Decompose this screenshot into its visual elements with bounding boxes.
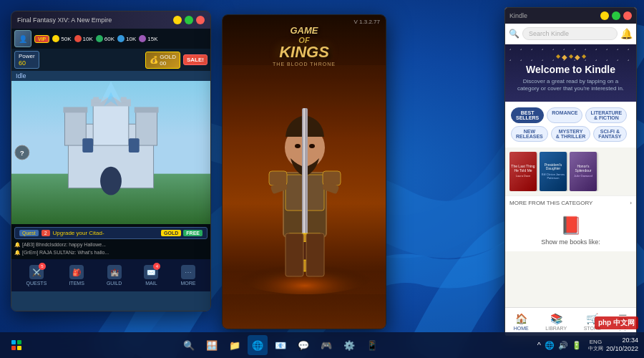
ff-nav-guild[interactable]: 🏰 GUILD	[107, 265, 122, 286]
minimize-button[interactable]	[173, 16, 182, 24]
ff-nav-quests[interactable]: ⚔️ 5 QUESTS	[26, 265, 47, 286]
book-1-title: The Last Thing He Told Me	[511, 165, 535, 173]
svg-rect-40	[223, 65, 386, 294]
kindle-welcome-title: Welcome to Kindle	[512, 64, 629, 75]
tray-show-hidden[interactable]: ^	[537, 341, 541, 349]
taskbar-app-3[interactable]: 📧	[270, 335, 291, 355]
ff-nav-items[interactable]: 🎒 ITEMS	[69, 265, 84, 286]
kindle-cat-scifi[interactable]: SCI-FI &FANTASY	[593, 126, 626, 142]
ff-food-stat: 60K	[96, 35, 114, 42]
ff-wood-icon	[117, 35, 125, 42]
kindle-window-controls[interactable]	[600, 11, 632, 20]
taskbar-center: 🔍 🪟 📁 🌐 📧 💬 🎮 ⚙️ 📱	[27, 335, 534, 355]
book-cover-2[interactable]: President's Daughter Bill Clinton James …	[540, 152, 567, 191]
taskbar-app-7[interactable]: 📱	[362, 335, 382, 355]
kindle-main: ◆ ◆ ◆ ◆ ◆ Welcome to Kindle Discover a g…	[505, 44, 636, 307]
lang-secondary: 中文网	[588, 346, 603, 352]
ff-chat-line-2: 🔔 [GrEm] RAJA SULTANz: What's hallo...	[14, 249, 208, 257]
ff-nav-more[interactable]: ⋯ MORE	[180, 265, 195, 286]
book-2-content: President's Daughter Bill Clinton James …	[540, 152, 567, 191]
ff-gold-btn[interactable]: GOLD	[161, 230, 181, 236]
window-kindle[interactable]: Kindle 🔍 Search Kindle 🔔	[504, 7, 637, 337]
ff-mail-badge: 4	[153, 263, 160, 270]
maximize-button[interactable]	[185, 16, 193, 24]
kindle-cat-newreleases[interactable]: NEWRELEASES	[511, 126, 548, 142]
taskbar-language[interactable]: ENG 中文网	[588, 339, 603, 351]
taskbar: 🔍 🪟 📁 🌐 📧 💬 🎮 ⚙️ 📱 ^ 🌐 🔊 🔋 ENG 中	[0, 332, 644, 358]
ff-game-scene: ?	[11, 81, 210, 224]
taskbar-app-5[interactable]: 🎮	[316, 335, 336, 355]
ff-titlebar: Final Fantasy XIV: A New Empire	[11, 11, 210, 29]
kindle-more-category[interactable]: MORE FROM THIS CATEGORY ›	[505, 195, 636, 210]
kindle-title: Kindle	[509, 12, 527, 19]
kindle-cat-mystery[interactable]: MYSTERY& THRILLER	[551, 126, 591, 142]
kindle-bell-icon[interactable]: 🔔	[620, 28, 633, 39]
taskbar-app-4[interactable]: 💬	[293, 335, 313, 355]
kindle-show-me-text: Show me books like:	[511, 238, 630, 246]
kindle-welcome-banner: ◆ ◆ ◆ ◆ ◆ Welcome to Kindle Discover a g…	[505, 44, 636, 102]
book-2-author: Bill Clinton James Patterson	[541, 173, 565, 180]
close-button[interactable]	[196, 16, 205, 24]
kindle-home-icon: 🏠	[515, 313, 527, 324]
book-1-content: The Last Thing He Told Me Laura Dave	[509, 152, 537, 191]
ff-nav-guild-label: GUILD	[107, 281, 122, 286]
window-gok[interactable]: V 1.3.2.77 GAME OF KINGS THE BLOOD THRON…	[222, 14, 386, 329]
taskbar-search-button[interactable]: 🔍	[179, 335, 199, 355]
tray-battery-icon[interactable]: 🔋	[572, 341, 582, 350]
ff-quest-bar[interactable]: Quest 2 Upgrade your Citad- GOLD FREE	[14, 227, 208, 239]
gok-flames	[223, 271, 386, 329]
ff-mail-icon: ✉️ 4	[144, 265, 158, 279]
kindle-cat-romance[interactable]: ROMANCE	[547, 107, 582, 123]
kindle-library-icon: 📚	[550, 313, 562, 324]
taskbar-app-2[interactable]: 🌐	[248, 335, 268, 355]
taskbar-app-6[interactable]: ⚙️	[339, 335, 359, 355]
book-cover-1[interactable]: The Last Thing He Told Me Laura Dave	[509, 152, 537, 191]
gok-title-block: GAME OF KINGS THE BLOOD THRONE	[233, 26, 376, 67]
clock-date: 20/10/2022	[606, 345, 638, 354]
kindle-minimize-btn[interactable]	[600, 11, 609, 20]
book-1-author: Laura Dave	[516, 174, 531, 178]
tray-volume-icon[interactable]: 🔊	[558, 341, 568, 350]
kindle-categories: BESTSELLERS ROMANCE LITERATURE& FICTION …	[505, 102, 636, 147]
ff-power-row: Power 60 💰 GOLD 00 SALE!	[11, 49, 210, 71]
ff-gold-stat: ⚡ 50K	[52, 35, 71, 42]
gok-title-kings: KINGS	[233, 44, 376, 60]
kindle-books-section: The Last Thing He Told Me Laura Dave Pre…	[505, 147, 636, 195]
kindle-nav-library[interactable]: 📚 LIBRARY	[545, 313, 567, 331]
kindle-book-icon: 📕	[511, 216, 630, 236]
kindle-close-btn[interactable]	[623, 11, 632, 20]
ff-food-icon	[96, 35, 103, 42]
kindle-welcome-subtitle: Discover a great read by tapping on a ca…	[512, 78, 629, 93]
kindle-nav-home[interactable]: 🏠 HOME	[514, 313, 529, 331]
kindle-searchbar: 🔍 Search Kindle 🔔	[505, 24, 636, 44]
ff-free-btn[interactable]: FREE	[183, 230, 203, 236]
kindle-more-chevron: ›	[630, 200, 632, 206]
kindle-cat-bestsellers[interactable]: BESTSELLERS	[511, 107, 544, 123]
ff-crystal-icon	[139, 35, 146, 42]
ff-nav-mail[interactable]: ✉️ 4 MAIL	[144, 265, 158, 286]
svg-rect-7	[135, 107, 159, 112]
tray-network-icon[interactable]: 🌐	[545, 341, 555, 350]
window-ff[interactable]: Final Fantasy XIV: A New Empire 👤 VIP ⚡ …	[11, 11, 211, 311]
kindle-content: 🔍 Search Kindle 🔔 ◆ ◆ ◆ ◆ ◆	[505, 24, 636, 336]
ff-crystal-stat: 15K	[139, 35, 157, 42]
taskbar-taskview-button[interactable]: 🪟	[202, 335, 222, 355]
ff-wood-stat: 10K	[117, 35, 136, 42]
windows-logo-icon	[11, 340, 21, 350]
ff-quest-text: Upgrade your Citad-	[53, 230, 104, 236]
kindle-search-icon: 🔍	[509, 29, 519, 39]
php-watermark: php 中文网	[595, 316, 638, 329]
taskbar-app-1[interactable]: 📁	[225, 335, 245, 355]
ff-gold-box: 💰 GOLD 00	[145, 52, 180, 69]
ff-window-controls[interactable]	[173, 16, 205, 24]
kindle-search-input[interactable]: Search Kindle	[522, 27, 618, 40]
taskbar-left	[0, 335, 27, 355]
taskbar-clock[interactable]: 20:34 20/10/2022	[606, 337, 638, 353]
start-button[interactable]	[6, 335, 27, 355]
clock-time: 20:34	[606, 337, 638, 345]
ff-bottom-bar: Quest 2 Upgrade your Citad- GOLD FREE 🔔 …	[11, 224, 210, 259]
kindle-cat-literature[interactable]: LITERATURE& FICTION	[585, 107, 627, 123]
book-cover-3[interactable]: Honor's Splendour Julie Garwood	[570, 152, 597, 191]
kindle-maximize-btn[interactable]	[612, 11, 620, 20]
svg-rect-10	[93, 97, 99, 103]
